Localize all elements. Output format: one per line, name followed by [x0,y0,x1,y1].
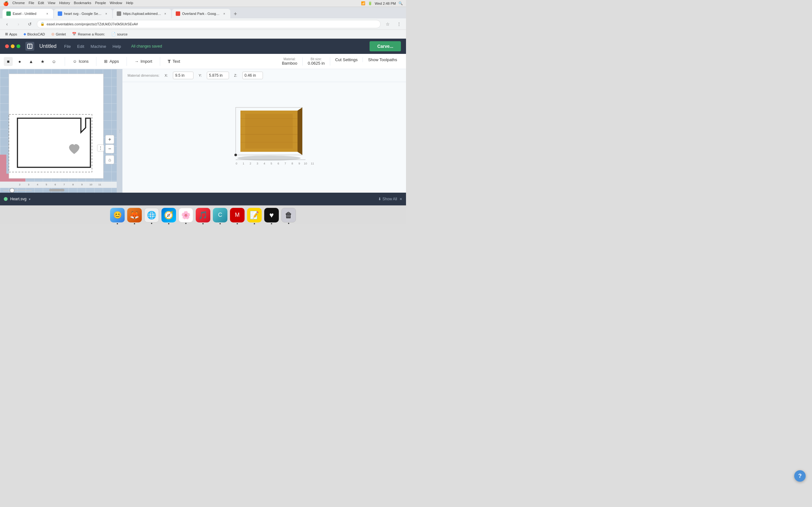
dock-chrome[interactable]: 🌐 [144,208,159,222]
dock-firefox[interactable]: 🦊 [127,208,142,222]
bookmark-source[interactable]: 📄 source [109,32,130,37]
emoji-tool[interactable]: ☺ [49,57,58,66]
tab-maps-label: Overland Park - Google Ma... [182,12,220,15]
history-menu[interactable]: History [59,1,70,6]
help-menu[interactable]: Help [126,1,133,6]
text-tool[interactable]: T Text [164,57,184,65]
tab-maps[interactable]: Overland Park - Google Ma... × [172,9,230,18]
tab-bar: Easel - Untitled × heart svg - Google Se… [0,7,406,18]
edit-menu[interactable]: Edit [38,1,44,6]
show-toolpaths-button[interactable]: Show Toolpaths [363,57,402,62]
bookmarks-menu[interactable]: Bookmarks [74,1,91,6]
tab-google-close[interactable]: × [104,11,108,16]
apps-label: Apps [109,59,119,64]
reload-button[interactable]: ↺ [26,20,34,29]
bookmark-reserve[interactable]: 📅 Reserve a Room: [69,32,107,37]
bookmark-gimlet-icon: ◎ [51,32,55,36]
bookmark-source-label: source [117,32,128,36]
close-traffic-light[interactable] [5,44,9,48]
zoom-out-button[interactable]: − [105,145,114,153]
tab-wikimedia[interactable]: https://upload.wikimedia.o... × [113,9,171,18]
file-app-menu[interactable]: File [61,43,73,50]
bookmark-apps-label: Apps [9,32,17,36]
separator-3 [126,57,127,66]
project-title[interactable]: Untitled [39,43,56,49]
material-dimensions: Material dimensions: X: Y: Z: [122,69,406,82]
apps-tool[interactable]: ⊞ Apps [100,58,123,65]
show-all-button[interactable]: ⬇ Show All [378,197,397,201]
close-file-button[interactable]: × [400,196,402,202]
bit-size-info[interactable]: Bit size: 0.0625 in [303,57,330,66]
canvas-area[interactable]: 2 3 4 5 6 7 8 9 10 11 + − ⌂ ⋮ [0,69,117,193]
tab-easel-close[interactable]: × [45,11,49,16]
z-dimension-input[interactable] [242,72,263,79]
scroll-indicator [49,189,64,191]
chrome-menu[interactable]: Chrome [12,1,25,6]
dock-safari[interactable]: 🧭 [161,208,176,222]
machine-app-menu[interactable]: Machine [88,43,109,50]
file-menu[interactable]: File [29,1,34,6]
minimize-traffic-light[interactable] [11,44,14,48]
import-tool[interactable]: → Import [131,58,156,65]
circle-tool[interactable]: ● [15,57,24,66]
forward-button[interactable]: › [14,20,23,29]
window-menu[interactable]: Window [110,1,122,6]
people-menu[interactable]: People [95,1,106,6]
url-text: easel.inventables.com/projects/zTZdUklDJ… [47,22,138,26]
app-header: Untitled File Edit Machine Help All chan… [0,39,406,54]
bookmark-apps[interactable]: ⊞ Apps [3,32,20,37]
edit-app-menu[interactable]: Edit [74,43,87,50]
main-content: 2 3 4 5 6 7 8 9 10 11 + − ⌂ ⋮ ⋮ [0,69,406,193]
new-tab-button[interactable]: + [231,9,240,18]
carve-button[interactable]: Carve... [369,41,401,51]
home-button[interactable]: ⌂ [105,155,114,164]
canvas-more-button[interactable]: ⋮ [97,145,104,152]
dock: 😊 🦊 🌐 🧭 🌸 🎵 C M 📝 ♥ 🗑 [0,205,406,224]
tab-google-favicon [58,11,62,16]
bookmark-blockscad[interactable]: ◆ BlocksCAD [21,32,48,37]
dock-music[interactable]: 🎵 [196,208,210,222]
dock-makerbot[interactable]: M [230,208,245,222]
zoom-in-button[interactable]: + [105,135,114,144]
apple-menu[interactable]: 🍎 [3,1,9,6]
dock-cura[interactable]: C [213,208,227,222]
cut-settings-button[interactable]: Cut Settings [330,57,363,62]
y-dimension-input[interactable] [207,72,229,79]
stickies-icon: 📝 [250,211,259,220]
x-dimension-input[interactable] [173,72,194,79]
bookmark-gimlet[interactable]: ◎ Gimlet [49,32,68,37]
tab-google[interactable]: heart svg - Google Search × [54,9,112,18]
panel-divider[interactable]: ⋮ [117,69,122,193]
fullscreen-traffic-light[interactable] [16,44,20,48]
url-bar[interactable]: 🔒 easel.inventables.com/projects/zTZdUkl… [37,20,380,28]
ruler-mark-4: 4 [37,183,38,186]
shape-tools: ■ ● ▲ ★ ☺ [4,57,58,66]
tab-maps-favicon [176,11,180,16]
star-tool[interactable]: ★ [38,57,47,66]
chrome-menu-btn[interactable]: ⋮ [395,20,403,29]
bookmarks-bar: ⊞ Apps ◆ BlocksCAD ◎ Gimlet 📅 Reserve a … [0,30,406,39]
search-icon[interactable]: 🔍 [398,1,403,5]
bookmark-star[interactable]: ☆ [383,20,392,29]
material-info[interactable]: Material: Bamboo [277,57,303,66]
dock-heart[interactable]: ♥ [264,208,279,222]
dock-trash[interactable]: 🗑 [281,208,296,222]
triangle-tool[interactable]: ▲ [27,57,36,66]
tab-wikimedia-close[interactable]: × [163,11,167,16]
icons-tool[interactable]: ☺ Icons [69,58,92,65]
rectangle-tool[interactable]: ■ [4,57,13,66]
music-icon: 🎵 [198,211,208,220]
dock-stickies[interactable]: 📝 [247,208,262,222]
canvas-svg[interactable]: 2 3 4 5 6 7 8 9 10 11 [0,69,117,193]
tab-maps-close[interactable]: × [222,11,226,16]
tab-easel-label: Easel - Untitled [13,12,37,15]
tab-wikimedia-favicon [117,11,121,16]
cut-settings-label: Cut Settings [335,57,358,62]
back-button[interactable]: ‹ [3,20,11,29]
view-menu[interactable]: View [48,1,55,6]
tab-easel[interactable]: Easel - Untitled × [3,9,53,18]
help-app-menu[interactable]: Help [110,43,124,50]
dock-finder[interactable]: 😊 [110,208,125,222]
dock-photos[interactable]: 🌸 [179,208,193,222]
firefox-icon: 🦊 [130,211,139,220]
